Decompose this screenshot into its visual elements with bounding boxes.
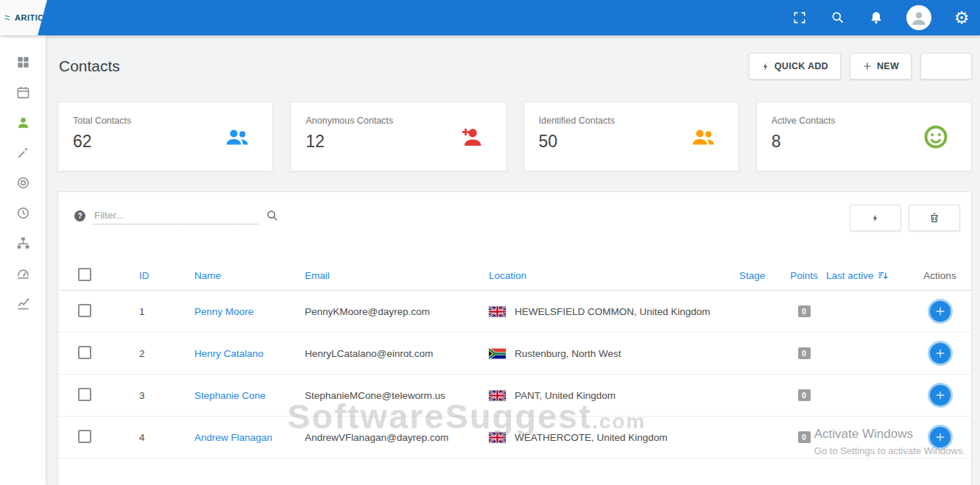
- contact-name-link[interactable]: Andrew Flanagan: [194, 432, 272, 443]
- top-bar: ARITIC ⚙: [0, 0, 980, 35]
- bolt-icon: [871, 213, 880, 224]
- user-icon: [909, 8, 928, 27]
- column-header-id[interactable]: ID: [139, 270, 194, 281]
- sidebar: [0, 35, 46, 485]
- plus-icon: [934, 347, 946, 359]
- plus-icon: [934, 305, 946, 317]
- people-icon: [690, 124, 716, 150]
- sidebar-item-reports[interactable]: [15, 296, 31, 311]
- logo[interactable]: ARITIC: [0, 0, 47, 35]
- cell-email: StephanieMCone@teleworm.us: [305, 390, 489, 401]
- sidebar-item-calendar[interactable]: [15, 85, 31, 100]
- sidebar-item-dashboard[interactable]: [15, 54, 31, 70]
- topbar-icons: ⚙: [792, 5, 970, 30]
- row-checkbox[interactable]: [78, 346, 91, 359]
- column-header-points[interactable]: Points: [782, 270, 826, 281]
- plus-icon: [934, 431, 946, 443]
- avatar[interactable]: [906, 5, 931, 30]
- people-icon: [224, 124, 250, 150]
- flag-icon: [489, 432, 506, 443]
- add-action-button[interactable]: [928, 383, 953, 408]
- contacts-table-card: ? ID Name Email: [57, 191, 972, 485]
- stat-card-total-contacts[interactable]: Total Contacts 62: [57, 102, 273, 171]
- cell-email: HenryLCatalano@einrot.com: [305, 348, 489, 359]
- cell-location: Rustenburg, North West: [515, 348, 621, 359]
- cell-id: 4: [139, 432, 194, 443]
- main-content: Contacts QUICK ADD NEW Total Contacts 62: [46, 35, 980, 485]
- cell-location: WEATHERCOTE, United Kingdom: [515, 432, 668, 443]
- stat-card-active-contacts[interactable]: Active Contacts 8: [756, 102, 972, 171]
- trash-icon: [928, 212, 940, 224]
- flag-icon: [489, 390, 506, 401]
- column-header-location[interactable]: Location: [489, 270, 739, 281]
- quick-add-button[interactable]: QUICK ADD: [749, 53, 841, 79]
- table-row: 2 Henry Catalano HenryLCatalano@einrot.c…: [58, 333, 971, 375]
- column-header-name[interactable]: Name: [194, 270, 305, 281]
- points-badge: 0: [798, 305, 811, 317]
- help-icon[interactable]: ?: [74, 210, 85, 222]
- campaign-action-button[interactable]: [850, 205, 901, 231]
- cell-email: AndrewVFlanagan@dayrep.com: [305, 432, 489, 443]
- plus-icon: [934, 389, 946, 401]
- app-window: ARITIC ⚙: [0, 0, 980, 485]
- row-checkbox[interactable]: [78, 304, 91, 317]
- sidebar-item-timeline[interactable]: [15, 205, 31, 221]
- notifications-icon[interactable]: [868, 10, 884, 26]
- flag-icon: [489, 348, 506, 359]
- sidebar-item-goals[interactable]: [15, 175, 31, 191]
- table-row: 1 Penny Moore PennyKMoore@dayrep.com HEW…: [58, 291, 971, 333]
- column-header-last-active[interactable]: Last active: [826, 270, 909, 281]
- column-header-email[interactable]: Email: [305, 270, 489, 281]
- stat-cards: Total Contacts 62 Anonymous Contacts 12 …: [57, 102, 972, 171]
- search-icon[interactable]: [266, 209, 279, 222]
- search-icon[interactable]: [830, 10, 846, 26]
- contact-name-link[interactable]: Stephanie Cone: [194, 390, 266, 401]
- cell-id: 1: [139, 306, 194, 317]
- row-checkbox[interactable]: [78, 388, 91, 401]
- cell-email: PennyKMoore@dayrep.com: [305, 306, 489, 317]
- add-action-button[interactable]: [928, 299, 953, 324]
- sort-icon: [878, 270, 889, 281]
- table-row: 4 Andrew Flanagan AndrewVFlanagan@dayrep…: [58, 417, 971, 459]
- sidebar-item-contacts[interactable]: [15, 115, 31, 130]
- cell-location: PANT, United Kingdom: [515, 390, 616, 401]
- smiley-icon: [923, 124, 949, 150]
- sidebar-item-segments[interactable]: [15, 236, 31, 251]
- logo-mark-icon: [4, 13, 13, 22]
- cell-location: HEWELSFIELD COMMON, United Kingdom: [515, 306, 711, 317]
- more-actions-button[interactable]: [920, 53, 972, 79]
- settings-icon[interactable]: ⚙: [953, 10, 970, 26]
- contact-name-link[interactable]: Henry Catalano: [194, 348, 264, 359]
- contacts-table: ID Name Email Location Stage Points Last…: [58, 261, 971, 459]
- sidebar-item-automation[interactable]: [15, 145, 31, 160]
- row-checkbox[interactable]: [78, 430, 91, 443]
- points-badge: 0: [798, 389, 811, 401]
- cell-id: 2: [139, 348, 194, 359]
- new-button[interactable]: NEW: [850, 53, 912, 79]
- plus-icon: [862, 61, 873, 71]
- stat-card-identified-contacts[interactable]: Identified Contacts 50: [524, 102, 739, 171]
- page-title: Contacts: [57, 57, 120, 75]
- points-badge: 0: [798, 347, 811, 359]
- contact-name-link[interactable]: Penny Moore: [194, 306, 253, 317]
- filter-input[interactable]: [93, 207, 258, 224]
- column-header-actions: Actions: [909, 270, 971, 281]
- table-row: 3 Stephanie Cone StephanieMCone@teleworm…: [58, 375, 971, 417]
- bolt-icon: [761, 61, 770, 72]
- stat-card-anonymous-contacts[interactable]: Anonymous Contacts 12: [290, 102, 506, 171]
- delete-button[interactable]: [909, 205, 960, 231]
- table-header-row: ID Name Email Location Stage Points Last…: [58, 261, 971, 291]
- logo-text: ARITIC: [15, 13, 44, 22]
- select-all-checkbox[interactable]: [78, 268, 91, 281]
- flag-icon: [489, 306, 506, 317]
- cell-id: 3: [139, 390, 194, 401]
- add-action-button[interactable]: [928, 341, 953, 366]
- sidebar-item-analytics[interactable]: [15, 266, 31, 281]
- add-action-button[interactable]: [928, 425, 953, 450]
- fullscreen-icon[interactable]: [792, 10, 808, 26]
- points-badge: 0: [798, 431, 811, 443]
- column-header-stage[interactable]: Stage: [739, 270, 782, 281]
- person-add-icon: [457, 124, 484, 150]
